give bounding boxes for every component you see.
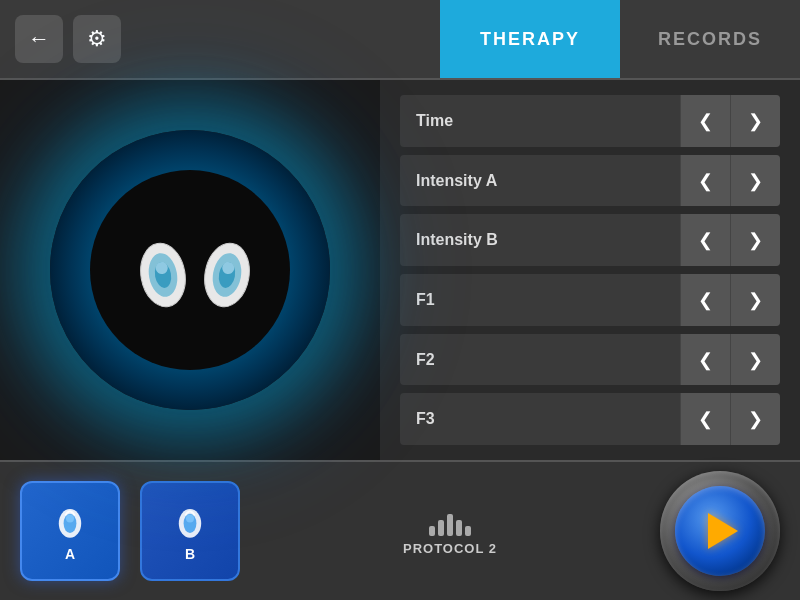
bar-2: [438, 520, 444, 536]
ear-b-button[interactable]: B: [140, 481, 240, 581]
f3-next-button[interactable]: ❯: [730, 393, 780, 445]
settings-icon: ⚙: [87, 26, 107, 52]
f1-prev-button[interactable]: ❮: [680, 274, 730, 326]
time-prev-button[interactable]: ❮: [680, 95, 730, 147]
device-panel: [0, 80, 380, 460]
f2-prev-button[interactable]: ❮: [680, 334, 730, 386]
control-row-f1: F1 ❮ ❯: [400, 274, 780, 326]
play-inner-circle: [675, 486, 765, 576]
header-tabs: THERAPY RECORDS: [200, 0, 800, 78]
play-section: [660, 471, 780, 591]
control-row-intensity-b: Intensity B ❮ ❯: [400, 214, 780, 266]
back-icon: ←: [28, 26, 50, 52]
tab-therapy[interactable]: THERAPY: [440, 0, 620, 78]
inner-circle: [90, 170, 290, 370]
control-label-f2: F2: [400, 351, 680, 369]
time-next-button[interactable]: ❯: [730, 95, 780, 147]
app-header: ← ⚙ THERAPY RECORDS: [0, 0, 800, 80]
intensity-b-next-button[interactable]: ❯: [730, 214, 780, 266]
ear-b-icon: [170, 501, 210, 541]
settings-button[interactable]: ⚙: [73, 15, 121, 63]
ear-a-icon: [50, 501, 90, 541]
f2-next-button[interactable]: ❯: [730, 334, 780, 386]
bar-4: [456, 520, 462, 536]
ear-a-label: A: [65, 546, 75, 562]
tab-records[interactable]: RECORDS: [620, 0, 800, 78]
control-label-time: Time: [400, 112, 680, 130]
main-content: Time ❮ ❯ Intensity A ❮ ❯ Intensity B ❮ ❯…: [0, 80, 800, 460]
play-triangle-icon: [708, 513, 738, 549]
intensity-a-next-button[interactable]: ❯: [730, 155, 780, 207]
ear-devices-image: [125, 225, 255, 315]
control-row-f3: F3 ❮ ❯: [400, 393, 780, 445]
svg-point-10: [66, 514, 74, 522]
glow-circle: [50, 130, 330, 410]
bottom-panel: A B PROTOCOL 2: [0, 460, 800, 600]
control-row-intensity-a: Intensity A ❮ ❯: [400, 155, 780, 207]
control-row-time: Time ❮ ❯: [400, 95, 780, 147]
controls-panel: Time ❮ ❯ Intensity A ❮ ❯ Intensity B ❮ ❯…: [380, 80, 800, 460]
control-label-intensity-b: Intensity B: [400, 231, 680, 249]
control-label-intensity-a: Intensity A: [400, 172, 680, 190]
svg-point-13: [186, 514, 194, 522]
back-button[interactable]: ←: [15, 15, 63, 63]
intensity-a-prev-button[interactable]: ❮: [680, 155, 730, 207]
bar-5: [465, 526, 471, 536]
control-row-f2: F2 ❮ ❯: [400, 334, 780, 386]
protocol-section: PROTOCOL 2: [260, 506, 640, 556]
f3-prev-button[interactable]: ❮: [680, 393, 730, 445]
play-outer-ring[interactable]: [660, 471, 780, 591]
ear-b-label: B: [185, 546, 195, 562]
control-label-f3: F3: [400, 410, 680, 428]
f1-next-button[interactable]: ❯: [730, 274, 780, 326]
control-label-f1: F1: [400, 291, 680, 309]
protocol-label: PROTOCOL 2: [403, 541, 497, 556]
header-left: ← ⚙: [0, 15, 200, 63]
ear-a-button[interactable]: A: [20, 481, 120, 581]
bars-icon: [429, 506, 471, 536]
intensity-b-prev-button[interactable]: ❮: [680, 214, 730, 266]
bar-3: [447, 514, 453, 536]
bar-1: [429, 526, 435, 536]
